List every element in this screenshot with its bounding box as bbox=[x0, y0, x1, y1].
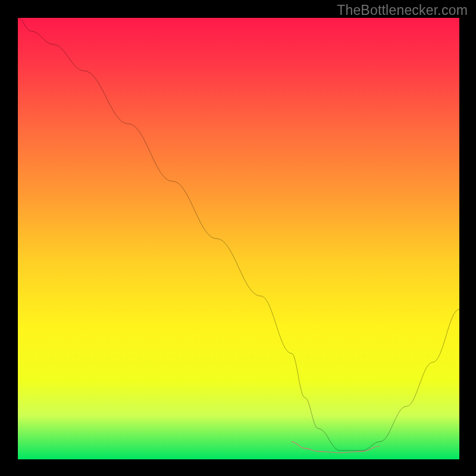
bottleneck-chart bbox=[18, 18, 459, 459]
heat-background bbox=[18, 18, 459, 459]
chart-frame: TheBottlenecker.com bbox=[0, 0, 476, 476]
attribution-label: TheBottlenecker.com bbox=[337, 2, 468, 18]
